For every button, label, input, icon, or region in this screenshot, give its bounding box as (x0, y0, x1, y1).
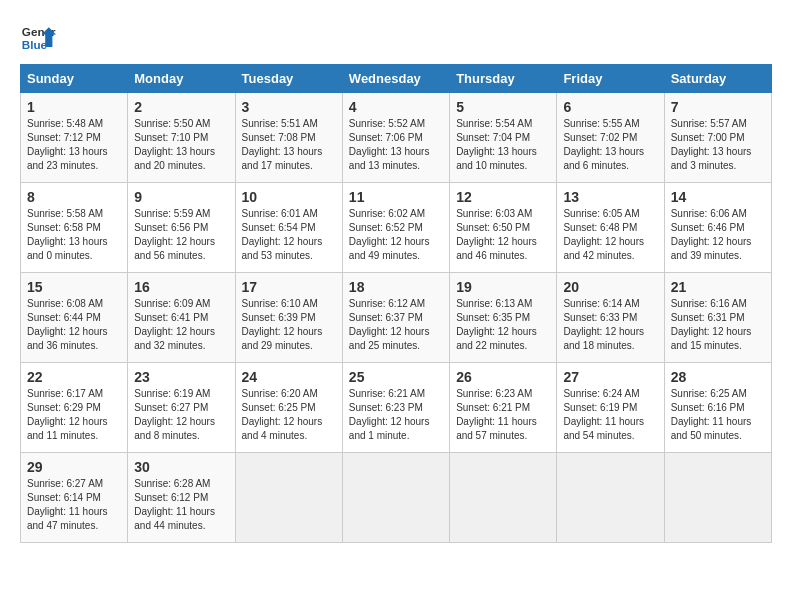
day-detail: Sunrise: 6:16 AMSunset: 6:31 PMDaylight:… (671, 298, 752, 351)
day-detail: Sunrise: 6:03 AMSunset: 6:50 PMDaylight:… (456, 208, 537, 261)
day-header-sunday: Sunday (21, 65, 128, 93)
day-number: 27 (563, 369, 657, 385)
day-cell (557, 453, 664, 543)
day-cell: 11Sunrise: 6:02 AMSunset: 6:52 PMDayligh… (342, 183, 449, 273)
day-cell (450, 453, 557, 543)
day-number: 15 (27, 279, 121, 295)
day-number: 23 (134, 369, 228, 385)
week-row-5: 29Sunrise: 6:27 AMSunset: 6:14 PMDayligh… (21, 453, 772, 543)
day-number: 11 (349, 189, 443, 205)
day-cell: 18Sunrise: 6:12 AMSunset: 6:37 PMDayligh… (342, 273, 449, 363)
day-detail: Sunrise: 6:02 AMSunset: 6:52 PMDaylight:… (349, 208, 430, 261)
day-detail: Sunrise: 6:08 AMSunset: 6:44 PMDaylight:… (27, 298, 108, 351)
week-row-1: 1Sunrise: 5:48 AMSunset: 7:12 PMDaylight… (21, 93, 772, 183)
day-detail: Sunrise: 6:23 AMSunset: 6:21 PMDaylight:… (456, 388, 537, 441)
day-detail: Sunrise: 6:20 AMSunset: 6:25 PMDaylight:… (242, 388, 323, 441)
day-detail: Sunrise: 5:48 AMSunset: 7:12 PMDaylight:… (27, 118, 108, 171)
day-cell: 9Sunrise: 5:59 AMSunset: 6:56 PMDaylight… (128, 183, 235, 273)
day-number: 14 (671, 189, 765, 205)
day-detail: Sunrise: 5:59 AMSunset: 6:56 PMDaylight:… (134, 208, 215, 261)
day-header-friday: Friday (557, 65, 664, 93)
day-number: 17 (242, 279, 336, 295)
day-number: 22 (27, 369, 121, 385)
day-cell: 16Sunrise: 6:09 AMSunset: 6:41 PMDayligh… (128, 273, 235, 363)
day-detail: Sunrise: 6:14 AMSunset: 6:33 PMDaylight:… (563, 298, 644, 351)
day-detail: Sunrise: 6:19 AMSunset: 6:27 PMDaylight:… (134, 388, 215, 441)
day-detail: Sunrise: 6:10 AMSunset: 6:39 PMDaylight:… (242, 298, 323, 351)
day-cell: 22Sunrise: 6:17 AMSunset: 6:29 PMDayligh… (21, 363, 128, 453)
day-detail: Sunrise: 5:58 AMSunset: 6:58 PMDaylight:… (27, 208, 108, 261)
day-cell: 12Sunrise: 6:03 AMSunset: 6:50 PMDayligh… (450, 183, 557, 273)
day-number: 3 (242, 99, 336, 115)
day-cell: 8Sunrise: 5:58 AMSunset: 6:58 PMDaylight… (21, 183, 128, 273)
logo: General Blue (20, 20, 56, 56)
day-detail: Sunrise: 6:01 AMSunset: 6:54 PMDaylight:… (242, 208, 323, 261)
day-cell: 28Sunrise: 6:25 AMSunset: 6:16 PMDayligh… (664, 363, 771, 453)
day-number: 9 (134, 189, 228, 205)
day-cell: 19Sunrise: 6:13 AMSunset: 6:35 PMDayligh… (450, 273, 557, 363)
day-cell (342, 453, 449, 543)
day-number: 13 (563, 189, 657, 205)
day-detail: Sunrise: 5:50 AMSunset: 7:10 PMDaylight:… (134, 118, 215, 171)
day-number: 8 (27, 189, 121, 205)
page-header: General Blue (20, 20, 772, 56)
week-row-3: 15Sunrise: 6:08 AMSunset: 6:44 PMDayligh… (21, 273, 772, 363)
day-header-saturday: Saturday (664, 65, 771, 93)
day-detail: Sunrise: 6:27 AMSunset: 6:14 PMDaylight:… (27, 478, 108, 531)
day-number: 7 (671, 99, 765, 115)
day-cell (235, 453, 342, 543)
day-number: 16 (134, 279, 228, 295)
day-detail: Sunrise: 6:05 AMSunset: 6:48 PMDaylight:… (563, 208, 644, 261)
day-cell: 2Sunrise: 5:50 AMSunset: 7:10 PMDaylight… (128, 93, 235, 183)
day-cell: 30Sunrise: 6:28 AMSunset: 6:12 PMDayligh… (128, 453, 235, 543)
day-number: 1 (27, 99, 121, 115)
day-number: 25 (349, 369, 443, 385)
day-cell: 10Sunrise: 6:01 AMSunset: 6:54 PMDayligh… (235, 183, 342, 273)
week-row-4: 22Sunrise: 6:17 AMSunset: 6:29 PMDayligh… (21, 363, 772, 453)
day-detail: Sunrise: 5:54 AMSunset: 7:04 PMDaylight:… (456, 118, 537, 171)
day-cell: 7Sunrise: 5:57 AMSunset: 7:00 PMDaylight… (664, 93, 771, 183)
day-number: 24 (242, 369, 336, 385)
day-cell: 27Sunrise: 6:24 AMSunset: 6:19 PMDayligh… (557, 363, 664, 453)
week-row-2: 8Sunrise: 5:58 AMSunset: 6:58 PMDaylight… (21, 183, 772, 273)
day-number: 4 (349, 99, 443, 115)
day-number: 19 (456, 279, 550, 295)
day-cell: 29Sunrise: 6:27 AMSunset: 6:14 PMDayligh… (21, 453, 128, 543)
day-detail: Sunrise: 6:28 AMSunset: 6:12 PMDaylight:… (134, 478, 215, 531)
day-header-monday: Monday (128, 65, 235, 93)
day-number: 21 (671, 279, 765, 295)
day-cell: 6Sunrise: 5:55 AMSunset: 7:02 PMDaylight… (557, 93, 664, 183)
day-detail: Sunrise: 6:25 AMSunset: 6:16 PMDaylight:… (671, 388, 752, 441)
day-detail: Sunrise: 6:24 AMSunset: 6:19 PMDaylight:… (563, 388, 644, 441)
day-header-wednesday: Wednesday (342, 65, 449, 93)
day-cell: 15Sunrise: 6:08 AMSunset: 6:44 PMDayligh… (21, 273, 128, 363)
day-detail: Sunrise: 6:17 AMSunset: 6:29 PMDaylight:… (27, 388, 108, 441)
day-cell: 4Sunrise: 5:52 AMSunset: 7:06 PMDaylight… (342, 93, 449, 183)
day-cell: 24Sunrise: 6:20 AMSunset: 6:25 PMDayligh… (235, 363, 342, 453)
day-number: 12 (456, 189, 550, 205)
svg-text:Blue: Blue (22, 38, 48, 51)
day-cell: 13Sunrise: 6:05 AMSunset: 6:48 PMDayligh… (557, 183, 664, 273)
day-number: 6 (563, 99, 657, 115)
day-cell (664, 453, 771, 543)
day-cell: 21Sunrise: 6:16 AMSunset: 6:31 PMDayligh… (664, 273, 771, 363)
day-detail: Sunrise: 6:13 AMSunset: 6:35 PMDaylight:… (456, 298, 537, 351)
day-number: 20 (563, 279, 657, 295)
day-header-thursday: Thursday (450, 65, 557, 93)
day-number: 26 (456, 369, 550, 385)
day-number: 10 (242, 189, 336, 205)
day-detail: Sunrise: 6:06 AMSunset: 6:46 PMDaylight:… (671, 208, 752, 261)
day-detail: Sunrise: 5:52 AMSunset: 7:06 PMDaylight:… (349, 118, 430, 171)
day-detail: Sunrise: 6:09 AMSunset: 6:41 PMDaylight:… (134, 298, 215, 351)
day-number: 18 (349, 279, 443, 295)
day-number: 28 (671, 369, 765, 385)
day-detail: Sunrise: 5:55 AMSunset: 7:02 PMDaylight:… (563, 118, 644, 171)
day-number: 2 (134, 99, 228, 115)
logo-icon: General Blue (20, 20, 56, 56)
header-row: SundayMondayTuesdayWednesdayThursdayFrid… (21, 65, 772, 93)
day-detail: Sunrise: 5:51 AMSunset: 7:08 PMDaylight:… (242, 118, 323, 171)
day-cell: 25Sunrise: 6:21 AMSunset: 6:23 PMDayligh… (342, 363, 449, 453)
day-cell: 14Sunrise: 6:06 AMSunset: 6:46 PMDayligh… (664, 183, 771, 273)
day-detail: Sunrise: 5:57 AMSunset: 7:00 PMDaylight:… (671, 118, 752, 171)
day-cell: 3Sunrise: 5:51 AMSunset: 7:08 PMDaylight… (235, 93, 342, 183)
